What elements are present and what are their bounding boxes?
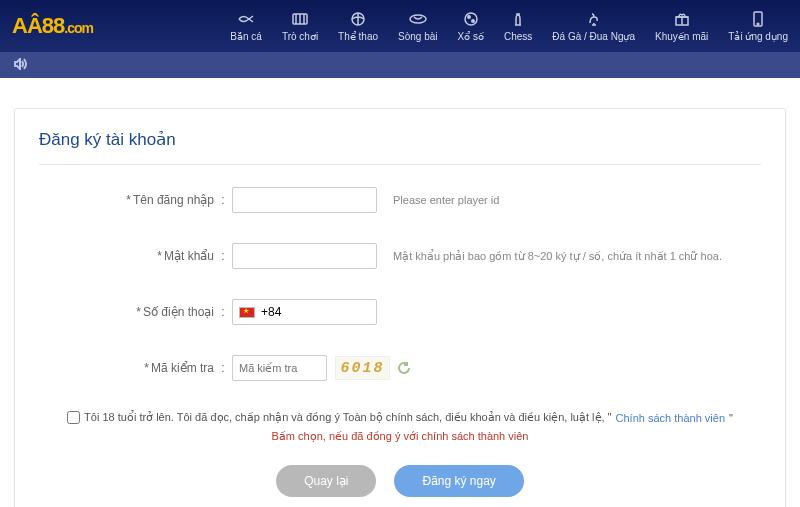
rooster-icon xyxy=(585,10,603,28)
terms-text: Tôi 18 tuổi trở lên. Tôi đã đọc, chấp nh… xyxy=(84,411,611,424)
back-button[interactable]: Quay lại xyxy=(276,465,376,497)
nav-sports[interactable]: Thể thao xyxy=(338,10,378,42)
svg-point-3 xyxy=(465,13,477,25)
logo[interactable]: AÂ88.com xyxy=(12,13,93,39)
nav-promo[interactable]: Khuyến mãi xyxy=(655,10,708,42)
terms-warning: Bấm chọn, nếu đã đồng ý với chính sách t… xyxy=(39,430,761,443)
sound-icon[interactable] xyxy=(14,58,28,73)
captcha-input[interactable] xyxy=(232,355,327,381)
sub-bar xyxy=(0,52,800,78)
slot-icon xyxy=(291,10,309,28)
nav-label: Xổ số xyxy=(458,31,484,42)
captcha-image: 6018 xyxy=(335,356,390,380)
nav-label: Sòng bài xyxy=(398,31,437,42)
top-header: AÂ88.com Bắn cá Trò chơi Thể thao Sòng b… xyxy=(0,0,800,52)
submit-button[interactable]: Đăng ký ngay xyxy=(394,465,523,497)
svg-point-5 xyxy=(472,20,474,22)
nav-chess[interactable]: Chess xyxy=(504,10,532,42)
nav-cockfight[interactable]: Đá Gà / Đua Ngựa xyxy=(552,10,635,42)
nav-fishing[interactable]: Bắn cá xyxy=(230,10,262,42)
register-card: Đăng ký tài khoản *Tên đăng nhập : Pleas… xyxy=(14,108,786,507)
username-label: *Tên đăng nhập xyxy=(39,193,214,207)
logo-brand: AÂ88 xyxy=(12,13,64,39)
row-password: *Mật khẩu : Mật khẩu phải bao gồm từ 8~2… xyxy=(39,243,761,269)
nav-label: Trò chơi xyxy=(282,31,318,42)
nav-label: Thể thao xyxy=(338,31,378,42)
fish-icon xyxy=(237,10,255,28)
gift-icon xyxy=(673,10,691,28)
terms-row: Tôi 18 tuổi trở lên. Tôi đã đọc, chấp nh… xyxy=(39,411,761,424)
nav-label: Khuyến mãi xyxy=(655,31,708,42)
phone-input[interactable]: +84 xyxy=(232,299,377,325)
casino-icon xyxy=(409,10,427,28)
username-hint: Please enter player id xyxy=(393,194,499,206)
captcha-label: *Mã kiểm tra xyxy=(39,361,214,375)
svg-point-4 xyxy=(468,16,470,18)
nav-games[interactable]: Trò chơi xyxy=(282,10,318,42)
logo-suffix: .com xyxy=(64,20,93,36)
password-label: *Mật khẩu xyxy=(39,249,214,263)
svg-point-8 xyxy=(757,23,759,25)
password-input[interactable] xyxy=(232,243,377,269)
nav-label: Bắn cá xyxy=(230,31,262,42)
nav-download[interactable]: Tải ứng dụng xyxy=(728,10,788,42)
row-username: *Tên đăng nhập : Please enter player id xyxy=(39,187,761,213)
nav-casino[interactable]: Sòng bài xyxy=(398,10,437,42)
phone-label: *Số điện thoại xyxy=(39,305,214,319)
lottery-icon xyxy=(462,10,480,28)
card-title: Đăng ký tài khoản xyxy=(39,129,761,165)
username-input[interactable] xyxy=(232,187,377,213)
nav-label: Đá Gà / Đua Ngựa xyxy=(552,31,635,42)
row-phone: *Số điện thoại : +84 xyxy=(39,299,761,325)
ball-icon xyxy=(349,10,367,28)
button-row: Quay lại Đăng ký ngay xyxy=(39,465,761,497)
terms-link[interactable]: Chính sách thành viên xyxy=(616,412,725,424)
main-nav: Bắn cá Trò chơi Thể thao Sòng bài Xổ số … xyxy=(230,10,788,42)
terms-checkbox[interactable] xyxy=(67,411,80,424)
refresh-captcha-icon[interactable] xyxy=(394,358,414,378)
phone-code: +84 xyxy=(261,305,281,319)
password-hint: Mật khẩu phải bao gồm từ 8~20 ký tự / số… xyxy=(393,250,722,263)
nav-lottery[interactable]: Xổ số xyxy=(458,10,484,42)
phone-icon xyxy=(749,10,767,28)
nav-label: Chess xyxy=(504,31,532,42)
nav-label: Tải ứng dụng xyxy=(728,31,788,42)
chess-icon xyxy=(509,10,527,28)
vietnam-flag-icon xyxy=(239,307,255,318)
row-captcha: *Mã kiểm tra : 6018 xyxy=(39,355,761,381)
